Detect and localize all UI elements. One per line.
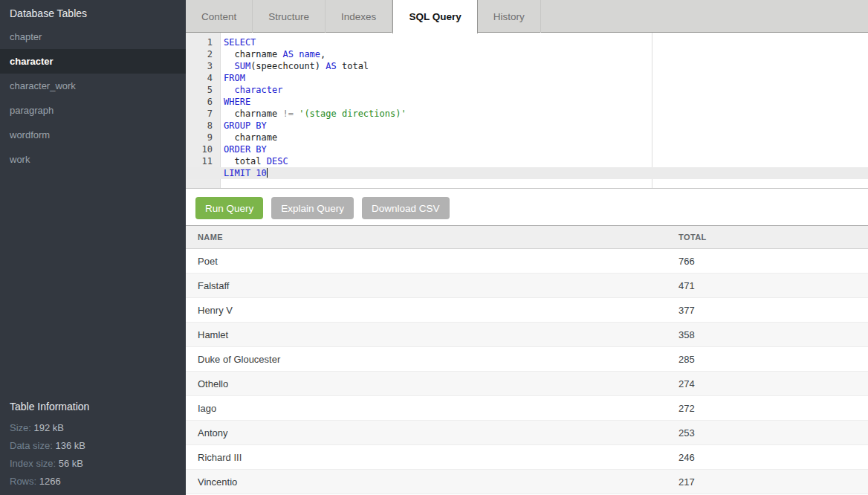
table-row[interactable]: Othello274	[186, 372, 868, 396]
table-row[interactable]: Henry V377	[186, 298, 868, 323]
code-line-5[interactable]: character	[186, 84, 868, 96]
code-line-7[interactable]: charname != '(stage directions)'	[186, 108, 868, 120]
sql-token: WHERE	[224, 97, 250, 107]
sidebar-item-character[interactable]: character	[0, 49, 186, 74]
sidebar-title: Database Tables	[0, 0, 186, 25]
table-row[interactable]: Vincentio217	[186, 470, 868, 494]
cell-name: Antony	[198, 421, 227, 445]
cell-total: 272	[678, 396, 695, 421]
table-row[interactable]: Iago272	[186, 396, 868, 421]
sql-token: FROM	[224, 73, 245, 83]
cell-name: Othello	[198, 372, 228, 396]
info-value: 192 kB	[34, 422, 64, 433]
cell-name: Henry V	[198, 298, 233, 323]
table-information-title: Table Information	[10, 399, 176, 414]
sql-editor[interactable]: 123456789101112 SELECT charname AS name,…	[186, 33, 868, 189]
sql-token: '(stage directions)'	[299, 109, 407, 119]
cell-total: 274	[678, 372, 695, 396]
cell-name: Richard III	[198, 445, 242, 470]
cell-name: Falstaff	[198, 274, 229, 298]
code-line-11[interactable]: total DESC	[186, 155, 868, 167]
cell-total: 217	[678, 470, 695, 494]
cell-name: Duke of Gloucester	[198, 347, 280, 372]
info-value: 56 kB	[59, 458, 83, 469]
code-line-10[interactable]: ORDER BY	[186, 143, 868, 155]
code-line-3[interactable]: SUM(speechcount) AS total	[186, 60, 868, 72]
sql-token: DESC	[267, 156, 288, 166]
tab-sql-query[interactable]: SQL Query	[392, 0, 477, 33]
cell-name: Hamlet	[198, 323, 228, 347]
info-value: 1266	[39, 476, 61, 487]
info-label: Size:	[10, 422, 34, 433]
cell-name: Iago	[198, 396, 216, 421]
table-row[interactable]: Falstaff471	[186, 274, 868, 298]
sql-code[interactable]: SELECT charname AS name, SUM(speechcount…	[186, 33, 868, 179]
table-row[interactable]: Poet766	[186, 249, 868, 274]
sql-token: name	[299, 49, 320, 59]
cell-total: 246	[678, 445, 695, 470]
sql-token: charname	[224, 49, 282, 59]
code-line-4[interactable]: FROM	[186, 72, 868, 84]
info-row-size-: Size: 192 kB	[10, 419, 176, 437]
info-row-rows-: Rows: 1266	[10, 473, 176, 491]
sql-token: GROUP BY	[224, 120, 267, 131]
cell-name: Poet	[198, 249, 218, 274]
tab-content[interactable]: Content	[186, 0, 253, 33]
sql-token: !=	[282, 109, 293, 119]
sql-token	[224, 85, 234, 95]
info-label: Index size:	[10, 458, 59, 469]
code-line-1[interactable]: SELECT	[186, 36, 868, 48]
code-line-2[interactable]: charname AS name,	[186, 48, 868, 60]
sql-token: charname	[224, 132, 277, 143]
sql-token: AS	[326, 61, 336, 71]
column-header-total[interactable]: TOTAL	[678, 226, 707, 249]
sql-token	[224, 61, 234, 71]
table-information-panel: Table Information Size: 192 kBData size:…	[0, 392, 186, 495]
sidebar-item-paragraph[interactable]: paragraph	[0, 98, 186, 123]
run-query-button[interactable]: Run Query	[195, 197, 263, 219]
explain-query-button[interactable]: Explain Query	[271, 197, 354, 219]
download-csv-button[interactable]: Download CSV	[362, 197, 450, 219]
table-row[interactable]: Richard III246	[186, 445, 868, 470]
code-line-8[interactable]: GROUP BY	[186, 120, 868, 132]
sql-token: (speechcount)	[250, 61, 326, 71]
column-header-name[interactable]: NAME	[198, 226, 223, 249]
sql-token: SELECT	[224, 37, 256, 48]
query-button-row: Run QueryExplain QueryDownload CSV	[186, 189, 868, 226]
main-panel: ContentStructureIndexesSQL QueryHistory …	[186, 0, 868, 495]
tab-structure[interactable]: Structure	[253, 0, 326, 33]
tab-bar: ContentStructureIndexesSQL QueryHistory	[186, 0, 868, 33]
code-line-9[interactable]: charname	[186, 132, 868, 143]
sql-token: ,	[320, 49, 326, 59]
code-line-12[interactable]: LIMIT 10	[186, 167, 868, 179]
info-label: Rows:	[10, 476, 39, 487]
cell-total: 358	[678, 323, 695, 347]
info-row-index-size-: Index size: 56 kB	[10, 455, 176, 473]
sidebar-item-chapter[interactable]: chapter	[0, 25, 186, 49]
tab-indexes[interactable]: Indexes	[326, 0, 392, 33]
sql-token: character	[234, 85, 282, 95]
cell-total: 766	[678, 249, 695, 274]
table-row[interactable]: Duke of Gloucester285	[186, 347, 868, 372]
tab-history[interactable]: History	[478, 0, 541, 33]
table-row[interactable]: Hamlet358	[186, 323, 868, 347]
results-table: Poet766Falstaff471Henry V377Hamlet358Duk…	[186, 249, 868, 494]
results-header: NAMETOTAL	[186, 226, 868, 249]
sql-token: charname	[224, 109, 282, 119]
sql-token: ORDER BY	[224, 144, 267, 155]
info-row-data-size-: Data size: 136 kB	[10, 437, 176, 455]
text-cursor	[267, 168, 268, 178]
cell-total: 471	[678, 274, 695, 298]
sql-token: AS	[282, 49, 293, 59]
sidebar-item-work[interactable]: work	[0, 147, 186, 172]
sidebar: Database Tables chaptercharactercharacte…	[0, 0, 186, 495]
cell-total: 377	[678, 298, 695, 323]
sidebar-item-wordform[interactable]: wordform	[0, 123, 186, 147]
table-row[interactable]: Antony253	[186, 421, 868, 445]
sql-token: total	[224, 156, 267, 166]
table-information-rows: Size: 192 kBData size: 136 kBIndex size:…	[10, 419, 176, 491]
code-line-6[interactable]: WHERE	[186, 96, 868, 108]
table-list: chaptercharactercharacter_workparagraphw…	[0, 25, 186, 172]
sql-token: LIMIT 10	[224, 168, 267, 178]
sidebar-item-character-work[interactable]: character_work	[0, 74, 186, 98]
